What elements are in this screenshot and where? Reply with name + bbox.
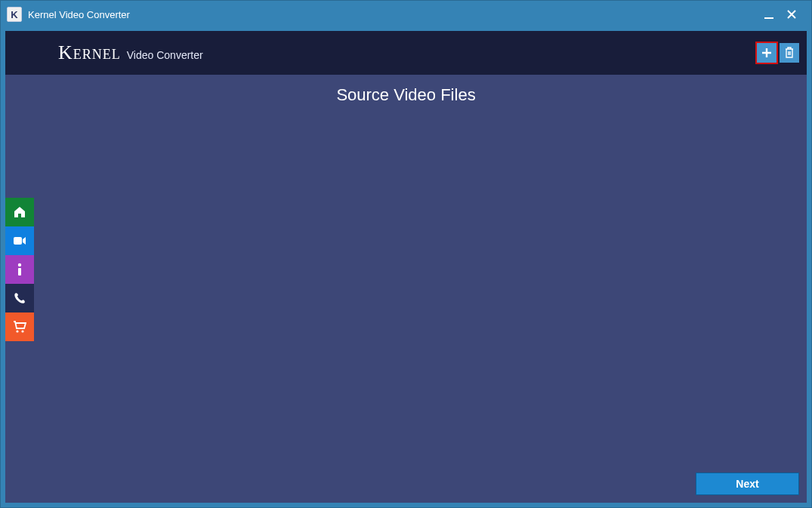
brand-subtitle: Video Converter — [127, 49, 203, 61]
sidebar-item-support[interactable] — [5, 284, 34, 312]
footer: Next — [5, 465, 807, 503]
video-icon — [13, 236, 26, 246]
plus-icon — [761, 48, 772, 58]
phone-icon — [14, 292, 26, 304]
add-files-button[interactable] — [757, 43, 776, 63]
brand-main: Kernel — [58, 42, 121, 64]
svg-point-2 — [18, 263, 21, 266]
svg-point-5 — [21, 330, 23, 332]
next-button[interactable]: Next — [696, 473, 799, 495]
app-header: Kernel Video Converter — [5, 31, 807, 75]
home-icon — [13, 206, 26, 218]
app-window: K Kernel Video Converter Kernel Video Co… — [0, 0, 812, 508]
sidebar-item-buy[interactable] — [5, 312, 34, 341]
app-logo-icon: K — [7, 7, 22, 22]
cart-icon — [13, 321, 26, 333]
brand: Kernel Video Converter — [58, 42, 203, 64]
svg-rect-1 — [14, 237, 22, 245]
sidebar-item-home[interactable] — [5, 198, 34, 226]
info-icon — [17, 263, 23, 276]
close-icon — [787, 10, 796, 19]
title-bar-left: K Kernel Video Converter — [7, 7, 130, 22]
window-title: Kernel Video Converter — [28, 9, 130, 20]
close-button[interactable] — [786, 8, 798, 20]
delete-files-button[interactable] — [780, 43, 799, 63]
trash-icon — [784, 47, 795, 59]
svg-point-4 — [16, 330, 18, 332]
section-title: Source Video Files — [5, 85, 807, 105]
svg-rect-3 — [18, 268, 21, 276]
header-actions — [757, 43, 799, 63]
inner-content: Kernel Video Converter Source Video File… — [1, 28, 811, 507]
minimize-icon — [764, 17, 773, 19]
title-bar: K Kernel Video Converter — [1, 1, 811, 28]
svg-rect-0 — [764, 17, 773, 19]
next-button-label: Next — [736, 478, 758, 490]
main-area: Source Video Files — [5, 75, 807, 465]
window-controls — [763, 8, 805, 20]
minimize-button[interactable] — [763, 8, 775, 20]
side-nav — [5, 198, 34, 341]
sidebar-item-info[interactable] — [5, 255, 34, 284]
sidebar-item-video[interactable] — [5, 226, 34, 255]
